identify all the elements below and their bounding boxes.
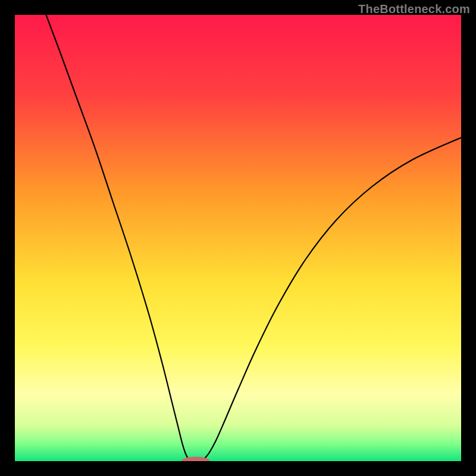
bottleneck-chart (15, 15, 461, 461)
chart-frame (15, 15, 461, 461)
watermark-text: TheBottleneck.com (358, 2, 470, 16)
chart-background (15, 15, 461, 461)
